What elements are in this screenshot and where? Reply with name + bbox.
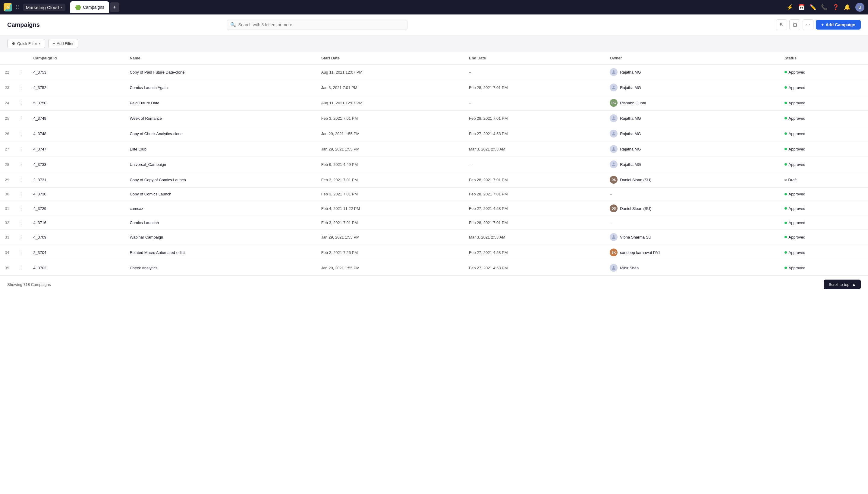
scroll-to-top-button[interactable]: Scroll to top ▲: [824, 280, 861, 289]
search-input[interactable]: [226, 20, 408, 30]
campaign-id-cell: 4_3733: [28, 157, 125, 172]
svg-point-1: [613, 70, 614, 72]
app-switcher[interactable]: Marketing Cloud ▾: [23, 4, 65, 11]
end-date-cell: Feb 27, 2021 4:58 PM: [464, 245, 605, 260]
campaign-name-cell[interactable]: Copy of Comics Launch: [125, 188, 316, 201]
row-menu-button[interactable]: ⋮: [14, 64, 28, 80]
start-date-cell: Aug 11, 2021 12:07 PM: [316, 95, 464, 111]
end-date-cell: –: [464, 95, 605, 111]
end-date-cell: –: [464, 157, 605, 172]
owner-cell: Rajatha MG: [605, 126, 780, 141]
status-label: Approved: [788, 250, 805, 255]
col-owner[interactable]: Owner: [605, 52, 780, 64]
col-name[interactable]: Name: [125, 52, 316, 64]
table-footer: Showing 718 Campaigns Scroll to top ▲: [0, 276, 868, 293]
row-menu-button[interactable]: ⋮: [14, 216, 28, 229]
campaigns-tab-icon: 🟢: [75, 4, 81, 10]
table-row: 26⋮4_3748Copy of Check Analytics-cloneJa…: [0, 126, 868, 141]
start-date-cell: Feb 3, 2021 7:01 PM: [316, 188, 464, 201]
tab-campaigns[interactable]: 🟢 Campaigns: [70, 1, 109, 13]
status-label: Approved: [788, 86, 805, 90]
start-date-cell: Feb 3, 2021 7:01 PM: [316, 111, 464, 126]
status-label: Approved: [788, 147, 805, 151]
col-end-date[interactable]: End Date: [464, 52, 605, 64]
status-cell: Draft: [780, 172, 868, 188]
status-cell: Approved: [780, 80, 868, 95]
phone-icon[interactable]: 📞: [821, 4, 828, 11]
col-campaign-id[interactable]: Campaign Id: [28, 52, 125, 64]
add-tab-button[interactable]: +: [110, 2, 119, 12]
campaign-name-cell[interactable]: Check Analytics: [125, 260, 316, 276]
status-dot: [785, 117, 787, 119]
row-number: 25: [0, 111, 14, 126]
status-dot: [785, 222, 787, 224]
help-icon[interactable]: ❓: [832, 4, 839, 11]
end-date-cell: Feb 27, 2021 4:58 PM: [464, 126, 605, 141]
calendar-icon[interactable]: 📅: [798, 4, 805, 11]
more-button[interactable]: ···: [803, 19, 813, 30]
add-filter-button[interactable]: + Add Filter: [48, 39, 78, 48]
campaign-name-cell[interactable]: Wabinar Campaign: [125, 229, 316, 245]
table-row: 25⋮4_3749Week of RomanceFeb 3, 2021 7:01…: [0, 111, 868, 126]
campaign-name-cell[interactable]: Paid Future Date: [125, 95, 316, 111]
row-menu-button[interactable]: ⋮: [14, 260, 28, 276]
add-campaign-button[interactable]: + Add Campaign: [816, 20, 861, 30]
end-date-cell: –: [464, 64, 605, 80]
grid-icon[interactable]: ⠿: [15, 3, 20, 12]
row-menu-button[interactable]: ⋮: [14, 80, 28, 95]
status-dot: [785, 207, 787, 210]
campaign-name-cell[interactable]: Universal_Campaign: [125, 157, 316, 172]
campaign-name-cell[interactable]: Elite Club: [125, 141, 316, 157]
col-menu: [14, 52, 28, 64]
campaign-name-cell[interactable]: Copy of Copy of Comics Launch: [125, 172, 316, 188]
status-label: Approved: [788, 132, 805, 136]
campaign-name-cell[interactable]: Week of Romance: [125, 111, 316, 126]
row-menu-button[interactable]: ⋮: [14, 172, 28, 188]
status-cell: Approved: [780, 201, 868, 216]
status-dot: [785, 132, 787, 135]
app-chevron-icon: ▾: [61, 5, 62, 10]
campaign-name-cell[interactable]: Comics Launchh: [125, 216, 316, 229]
row-menu-button[interactable]: ⋮: [14, 126, 28, 141]
campaigns-table: Campaign Id Name Start Date End Date Own…: [0, 52, 868, 276]
row-menu-button[interactable]: ⋮: [14, 245, 28, 260]
svg-point-3: [613, 116, 614, 118]
owner-cell: Rajatha MG: [605, 64, 780, 80]
campaign-name-cell[interactable]: camsaz: [125, 201, 316, 216]
owner-cell: Rajatha MG: [605, 141, 780, 157]
row-menu-button[interactable]: ⋮: [14, 188, 28, 201]
owner-cell: Rajatha MG: [605, 111, 780, 126]
start-date-cell: Jan 29, 2021 1:55 PM: [316, 260, 464, 276]
row-menu-button[interactable]: ⋮: [14, 157, 28, 172]
campaign-name-cell[interactable]: Copy of Check Analytics-clone: [125, 126, 316, 141]
edit-icon[interactable]: ✏️: [810, 4, 816, 11]
row-menu-button[interactable]: ⋮: [14, 111, 28, 126]
row-menu-button[interactable]: ⋮: [14, 141, 28, 157]
quick-filter-button[interactable]: ⚙ Quick Filter ▾: [7, 39, 45, 48]
row-menu-button[interactable]: ⋮: [14, 229, 28, 245]
lightning-icon[interactable]: ⚡: [787, 4, 793, 11]
user-avatar[interactable]: U: [855, 3, 864, 12]
campaign-name-cell[interactable]: Copy of Paid Future Date-clone: [125, 64, 316, 80]
status-cell: Approved: [780, 245, 868, 260]
col-status[interactable]: Status: [780, 52, 868, 64]
table-row: 30⋮4_3730Copy of Comics LaunchFeb 3, 202…: [0, 188, 868, 201]
svg-point-7: [613, 235, 614, 237]
col-start-date[interactable]: Start Date: [316, 52, 464, 64]
refresh-button[interactable]: ↻: [776, 19, 787, 30]
bell-icon[interactable]: 🔔: [844, 4, 850, 11]
row-menu-button[interactable]: ⋮: [14, 95, 28, 111]
row-menu-button[interactable]: ⋮: [14, 201, 28, 216]
columns-button[interactable]: ⊞: [789, 19, 800, 30]
row-number: 28: [0, 157, 14, 172]
status-label: Approved: [788, 192, 805, 196]
campaign-name-cell[interactable]: Comics Launch Again: [125, 80, 316, 95]
start-date-cell: Jan 29, 2021 1:55 PM: [316, 126, 464, 141]
end-date-cell: Feb 28, 2021 7:01 PM: [464, 172, 605, 188]
svg-point-4: [613, 132, 614, 134]
owner-cell: Vibha Sharma SU: [605, 229, 780, 245]
start-date-cell: Feb 2, 2021 7:26 PM: [316, 245, 464, 260]
campaign-name-cell[interactable]: Related Macro Automated-edittt: [125, 245, 316, 260]
showing-count: Showing 718 Campaigns: [7, 282, 51, 287]
status-label: Approved: [788, 70, 805, 75]
